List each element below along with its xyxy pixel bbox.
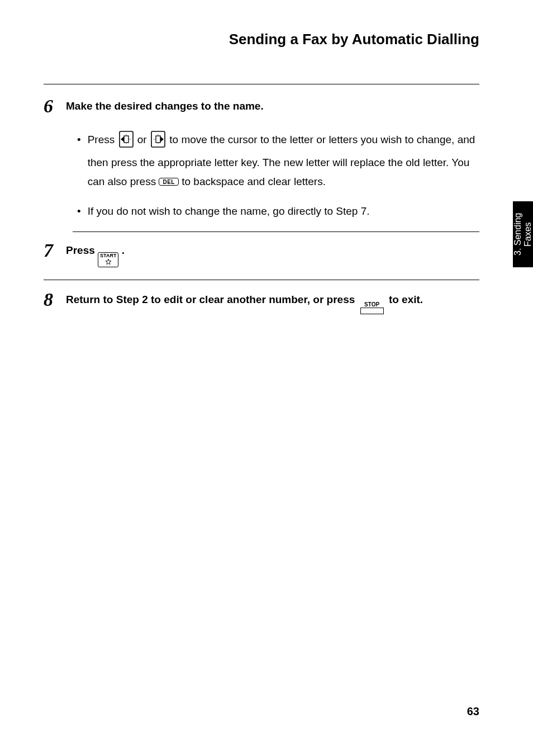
stop-key-icon: STOP (360, 302, 384, 314)
bullet-text: If you do not wish to change the name, g… (88, 202, 479, 220)
svg-marker-5 (121, 136, 124, 142)
side-tab: 3. SendingFaxes (513, 201, 533, 267)
page-title: Sending a Fax by Automatic Dialling (229, 31, 479, 48)
content-area: 6 Make the desired changes to the name. … (44, 84, 479, 314)
bullet-dot: • (77, 202, 81, 220)
bullet-text: or (137, 134, 150, 145)
svg-marker-12 (106, 259, 111, 264)
step-7: 7 Press START . (44, 241, 479, 267)
page-number: 63 (467, 705, 479, 718)
svg-rect-1 (124, 136, 129, 143)
svg-marker-11 (160, 136, 164, 142)
bullet-item: • If you do not wish to change the name,… (77, 202, 479, 220)
step-heading-part: . (122, 244, 125, 256)
svg-rect-7 (156, 136, 160, 143)
del-key-icon: DEL (159, 178, 179, 186)
step-heading: Make the desired changes to the name. (66, 100, 479, 112)
step-6: 6 Make the desired changes to the name. (44, 97, 479, 116)
step-heading-part: Press (66, 244, 98, 256)
divider (44, 84, 479, 84)
step-number: 7 (44, 241, 58, 260)
divider (44, 280, 479, 280)
step-8: 8 Return to Step 2 to edit or clear anot… (44, 290, 479, 314)
step-6-bullets: • Press or (44, 130, 479, 220)
step-number: 8 (44, 290, 58, 309)
step-number: 6 (44, 97, 58, 116)
bullet-item: • Press or (77, 130, 479, 191)
right-arrow-key-icon (151, 131, 165, 153)
divider (73, 231, 479, 232)
step-heading-part: Return to Step 2 to edit or clear anothe… (66, 294, 358, 305)
start-key-icon: START (98, 252, 118, 267)
bullet-text: Press (88, 134, 118, 145)
step-heading-part: to exit. (389, 294, 423, 305)
bullet-text: to backspace and clear letters. (182, 176, 326, 187)
left-arrow-key-icon (119, 131, 134, 153)
bullet-dot: • (77, 130, 81, 191)
